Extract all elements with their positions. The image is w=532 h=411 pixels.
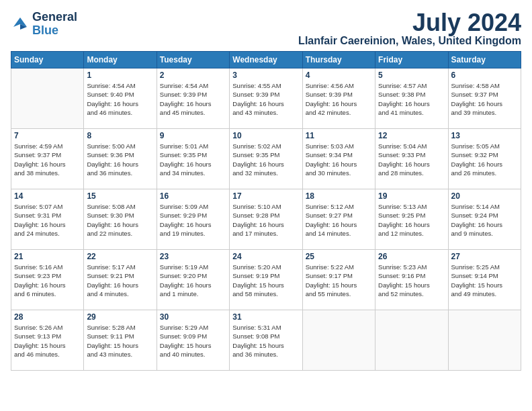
day-number: 18 (306, 191, 372, 201)
day-cell: 5Sunrise: 4:57 AM Sunset: 9:38 PM Daylig… (375, 68, 448, 129)
day-cell: 17Sunrise: 5:10 AM Sunset: 9:28 PM Dayli… (230, 189, 302, 250)
logo: General Blue (11, 11, 77, 38)
day-number: 28 (14, 312, 81, 322)
day-cell: 8Sunrise: 5:00 AM Sunset: 9:36 PM Daylig… (84, 129, 157, 189)
day-number: 3 (232, 71, 299, 80)
logo-text: General Blue (32, 11, 77, 38)
column-headers: SundayMondayTuesdayWednesdayThursdayFrid… (11, 52, 521, 68)
col-header-tuesday: Tuesday (157, 52, 229, 68)
day-number: 20 (451, 191, 518, 201)
day-cell: 2Sunrise: 4:54 AM Sunset: 9:39 PM Daylig… (157, 68, 229, 129)
day-detail: Sunrise: 5:25 AM Sunset: 9:14 PM Dayligh… (451, 263, 518, 298)
day-detail: Sunrise: 4:54 AM Sunset: 9:39 PM Dayligh… (160, 81, 226, 117)
day-detail: Sunrise: 5:22 AM Sunset: 9:17 PM Dayligh… (306, 263, 372, 298)
day-detail: Sunrise: 5:04 AM Sunset: 9:33 PM Dayligh… (378, 142, 445, 177)
day-number: 5 (378, 71, 445, 80)
week-row-2: 7Sunrise: 4:59 AM Sunset: 9:37 PM Daylig… (11, 129, 521, 189)
day-cell: 13Sunrise: 5:05 AM Sunset: 9:32 PM Dayli… (448, 129, 521, 189)
day-detail: Sunrise: 5:09 AM Sunset: 9:29 PM Dayligh… (160, 202, 226, 238)
page-header: General Blue July 2024 Llanfair Caereini… (11, 11, 521, 47)
day-number: 31 (232, 312, 299, 322)
day-number: 22 (87, 252, 153, 261)
logo-line1: General (32, 11, 77, 24)
title-block: July 2024 Llanfair Caereinion, Wales, Un… (298, 11, 521, 47)
day-cell: 6Sunrise: 4:58 AM Sunset: 9:37 PM Daylig… (448, 68, 521, 129)
day-cell: 26Sunrise: 5:23 AM Sunset: 9:16 PM Dayli… (375, 250, 448, 310)
day-detail: Sunrise: 5:07 AM Sunset: 9:31 PM Dayligh… (14, 202, 81, 238)
col-header-monday: Monday (84, 52, 157, 68)
day-detail: Sunrise: 4:58 AM Sunset: 9:37 PM Dayligh… (451, 81, 518, 117)
day-number: 16 (160, 191, 226, 201)
day-detail: Sunrise: 4:54 AM Sunset: 9:40 PM Dayligh… (87, 81, 153, 117)
day-number: 25 (306, 252, 372, 261)
day-cell: 16Sunrise: 5:09 AM Sunset: 9:29 PM Dayli… (157, 189, 229, 250)
day-detail: Sunrise: 5:29 AM Sunset: 9:09 PM Dayligh… (160, 323, 226, 359)
day-detail: Sunrise: 5:00 AM Sunset: 9:36 PM Dayligh… (87, 142, 153, 177)
day-cell: 25Sunrise: 5:22 AM Sunset: 9:17 PM Dayli… (302, 250, 375, 310)
day-number: 23 (160, 252, 226, 261)
week-row-1: 1Sunrise: 4:54 AM Sunset: 9:40 PM Daylig… (11, 68, 521, 129)
day-number: 13 (451, 131, 518, 140)
day-number: 8 (87, 131, 153, 140)
day-number: 1 (87, 71, 153, 80)
day-detail: Sunrise: 5:16 AM Sunset: 9:23 PM Dayligh… (14, 263, 81, 298)
location: Llanfair Caereinion, Wales, United Kingd… (298, 35, 521, 47)
day-cell: 27Sunrise: 5:25 AM Sunset: 9:14 PM Dayli… (448, 250, 521, 310)
day-cell: 9Sunrise: 5:01 AM Sunset: 9:35 PM Daylig… (157, 129, 229, 189)
day-detail: Sunrise: 5:10 AM Sunset: 9:28 PM Dayligh… (232, 202, 299, 238)
col-header-friday: Friday (375, 52, 448, 68)
day-detail: Sunrise: 5:14 AM Sunset: 9:24 PM Dayligh… (451, 202, 518, 238)
day-cell: 23Sunrise: 5:19 AM Sunset: 9:20 PM Dayli… (157, 250, 229, 310)
day-cell: 20Sunrise: 5:14 AM Sunset: 9:24 PM Dayli… (448, 189, 521, 250)
day-detail: Sunrise: 5:13 AM Sunset: 9:25 PM Dayligh… (378, 202, 445, 238)
day-number: 29 (87, 312, 153, 322)
day-detail: Sunrise: 5:05 AM Sunset: 9:32 PM Dayligh… (451, 142, 518, 177)
day-detail: Sunrise: 4:59 AM Sunset: 9:37 PM Dayligh… (14, 142, 81, 177)
day-cell: 4Sunrise: 4:56 AM Sunset: 9:39 PM Daylig… (302, 68, 375, 129)
day-detail: Sunrise: 4:56 AM Sunset: 9:39 PM Dayligh… (306, 81, 372, 117)
day-detail: Sunrise: 5:03 AM Sunset: 9:34 PM Dayligh… (306, 142, 372, 177)
day-cell: 29Sunrise: 5:28 AM Sunset: 9:11 PM Dayli… (84, 310, 157, 371)
day-number: 26 (378, 252, 445, 261)
day-detail: Sunrise: 5:01 AM Sunset: 9:35 PM Dayligh… (160, 142, 226, 177)
day-cell: 3Sunrise: 4:55 AM Sunset: 9:39 PM Daylig… (230, 68, 302, 129)
day-number: 19 (378, 191, 445, 201)
day-cell: 15Sunrise: 5:08 AM Sunset: 9:30 PM Dayli… (84, 189, 157, 250)
day-number: 14 (14, 191, 81, 201)
week-row-3: 14Sunrise: 5:07 AM Sunset: 9:31 PM Dayli… (11, 189, 521, 250)
day-number: 24 (232, 252, 299, 261)
day-detail: Sunrise: 5:12 AM Sunset: 9:27 PM Dayligh… (306, 202, 372, 238)
day-detail: Sunrise: 5:20 AM Sunset: 9:19 PM Dayligh… (232, 263, 299, 298)
week-row-4: 21Sunrise: 5:16 AM Sunset: 9:23 PM Dayli… (11, 250, 521, 310)
day-cell: 19Sunrise: 5:13 AM Sunset: 9:25 PM Dayli… (375, 189, 448, 250)
day-detail: Sunrise: 5:08 AM Sunset: 9:30 PM Dayligh… (87, 202, 153, 238)
day-number: 17 (232, 191, 299, 201)
day-cell: 22Sunrise: 5:17 AM Sunset: 9:21 PM Dayli… (84, 250, 157, 310)
day-cell: 14Sunrise: 5:07 AM Sunset: 9:31 PM Dayli… (11, 189, 84, 250)
day-cell: 31Sunrise: 5:31 AM Sunset: 9:08 PM Dayli… (230, 310, 302, 371)
day-detail: Sunrise: 5:23 AM Sunset: 9:16 PM Dayligh… (378, 263, 445, 298)
day-detail: Sunrise: 5:28 AM Sunset: 9:11 PM Dayligh… (87, 323, 153, 359)
day-number: 10 (232, 131, 299, 140)
day-detail: Sunrise: 5:31 AM Sunset: 9:08 PM Dayligh… (232, 323, 299, 359)
day-number: 7 (14, 131, 81, 140)
col-header-saturday: Saturday (448, 52, 521, 68)
day-detail: Sunrise: 5:26 AM Sunset: 9:13 PM Dayligh… (14, 323, 81, 359)
day-detail: Sunrise: 4:57 AM Sunset: 9:38 PM Dayligh… (378, 81, 445, 117)
day-number: 4 (306, 71, 372, 80)
day-cell: 11Sunrise: 5:03 AM Sunset: 9:34 PM Dayli… (302, 129, 375, 189)
col-header-sunday: Sunday (11, 52, 84, 68)
calendar-body: 1Sunrise: 4:54 AM Sunset: 9:40 PM Daylig… (11, 68, 521, 371)
day-detail: Sunrise: 5:17 AM Sunset: 9:21 PM Dayligh… (87, 263, 153, 298)
day-cell (11, 68, 84, 129)
day-cell: 1Sunrise: 4:54 AM Sunset: 9:40 PM Daylig… (84, 68, 157, 129)
logo-line2: Blue (32, 24, 77, 38)
day-cell (448, 310, 521, 371)
month-year: July 2024 (298, 11, 521, 35)
day-detail: Sunrise: 5:19 AM Sunset: 9:20 PM Dayligh… (160, 263, 226, 298)
day-cell: 10Sunrise: 5:02 AM Sunset: 9:35 PM Dayli… (230, 129, 302, 189)
day-cell: 30Sunrise: 5:29 AM Sunset: 9:09 PM Dayli… (157, 310, 229, 371)
day-cell: 28Sunrise: 5:26 AM Sunset: 9:13 PM Dayli… (11, 310, 84, 371)
col-header-thursday: Thursday (302, 52, 375, 68)
calendar-table: SundayMondayTuesdayWednesdayThursdayFrid… (11, 51, 521, 371)
